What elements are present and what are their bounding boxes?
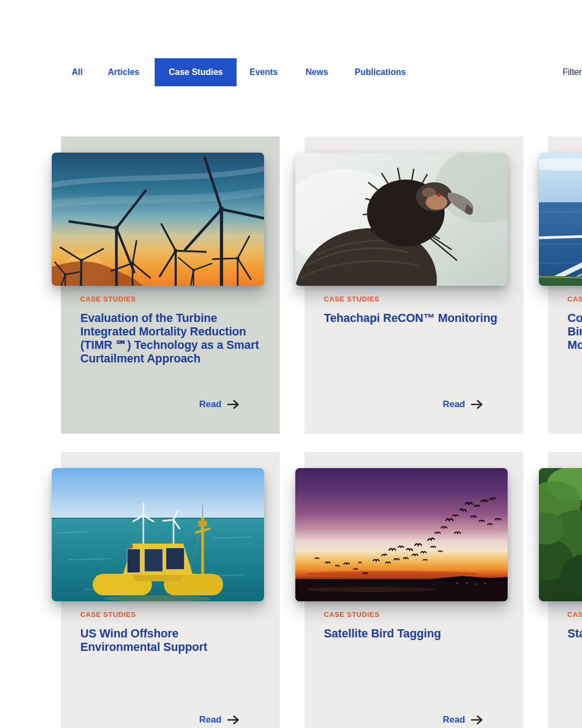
card-title: US Wind Offshore Environmental Support (80, 627, 265, 654)
page: All Articles Case Studies Events News Pu… (0, 0, 582, 728)
arrow-right-icon (227, 715, 240, 725)
case-study-card[interactable]: CASE STUDIES Evaluation of the Turbine I… (61, 136, 280, 434)
nav-item-news[interactable]: News (306, 58, 328, 86)
read-label: Read (199, 715, 221, 725)
card-image-wind-turbines-at-sunset (52, 153, 264, 286)
card-title: Co Bir Mo (567, 312, 582, 352)
arrow-right-icon (470, 400, 483, 409)
nav-item-events[interactable]: Events (250, 58, 278, 86)
category-label: CASE STUDIES (567, 295, 582, 303)
case-study-card[interactable]: CASE STUDIES Sta Read (548, 452, 582, 728)
category-label: CASE STUDIES (80, 610, 265, 619)
nav-item-publications[interactable]: Publications (355, 58, 406, 86)
category-label: CASE STUDIES (324, 610, 508, 619)
card-title: Tehachapi ReCON™ Monitoring (324, 312, 508, 325)
arrow-right-icon (227, 400, 240, 409)
category-label: CASE STUDIES (567, 610, 582, 619)
category-label: CASE STUDIES (80, 295, 265, 303)
arrow-right-icon (470, 715, 483, 725)
case-study-card[interactable]: CASE STUDIES US Wind Offshore Environmen… (61, 452, 280, 728)
case-study-card[interactable]: CASE STUDIES Co Bir Mo Read (548, 136, 582, 434)
filter-button[interactable]: Filter (563, 58, 582, 86)
read-link[interactable]: Read (199, 399, 240, 410)
read-label: Read (442, 399, 465, 410)
read-link[interactable]: Read (442, 715, 483, 725)
read-link[interactable]: Read (199, 715, 240, 725)
read-label: Read (442, 715, 465, 725)
category-label: CASE STUDIES (324, 295, 508, 303)
nav-item-case-studies-active[interactable]: Case Studies (155, 58, 237, 86)
read-label: Read (199, 399, 221, 410)
card-image-bird-flock-at-sunset (295, 468, 508, 601)
case-study-card[interactable]: CASE STUDIES Satellite Bird Tagging Read (304, 452, 523, 728)
read-link[interactable]: Read (442, 399, 483, 410)
card-image-offshore-ocean-view (539, 153, 582, 286)
card-title: Satellite Bird Tagging (324, 627, 508, 641)
card-image-yellow-research-buoy (52, 468, 264, 601)
card-title: Sta (567, 627, 582, 641)
card-title: Evaluation of the Turbine Integrated Mor… (80, 312, 265, 366)
case-study-card[interactable]: CASE STUDIES Tehachapi ReCON™ Monitoring… (304, 136, 523, 434)
card-image-green-vegetation (539, 468, 582, 601)
nav-item-all[interactable]: All (72, 58, 82, 86)
nav-item-articles[interactable]: Articles (108, 58, 140, 86)
card-image-california-condor (295, 153, 508, 286)
